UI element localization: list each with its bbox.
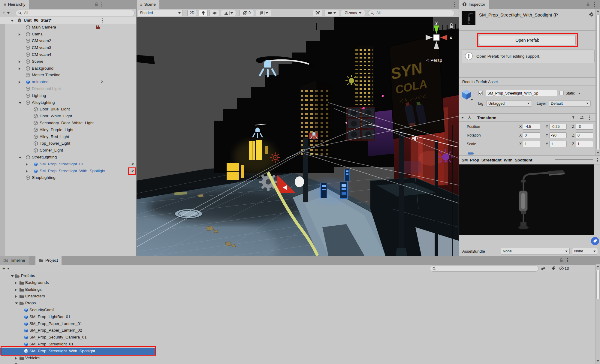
hierarchy-item-shoplighting[interactable]: ShopLighting (0, 174, 136, 181)
project-scrollbar[interactable] (595, 264, 600, 364)
expand-right-icon[interactable] (15, 281, 17, 284)
expand-right-icon[interactable] (26, 163, 28, 166)
scene-camera-dropdown[interactable] (324, 10, 339, 16)
hierarchy-item-master-timeline[interactable]: Master Timeline (0, 72, 136, 79)
light-flare-gizmo-red[interactable] (270, 152, 280, 163)
row-menu-icon[interactable] (100, 18, 104, 23)
transform-scale-z-field[interactable] (576, 141, 593, 147)
open-prefab-chevron-icon[interactable]: > (101, 79, 103, 84)
axis-center-cube[interactable] (433, 35, 439, 41)
inspector-gear-icon[interactable] (589, 12, 594, 17)
hierarchy-item-corner-light[interactable]: Corner_Light (0, 147, 136, 154)
project-item-sm-prop-streetlight-01[interactable]: SM_Prop_Streetlight_01 (0, 341, 595, 348)
project-item-sm-prop-lightbar-01[interactable]: SM_Prop_LightBar_01 (0, 314, 595, 320)
hierarchy-item-cm-vcam3[interactable]: CM vcam3 (0, 44, 136, 51)
expand-right-icon[interactable] (19, 81, 20, 84)
expand-right-icon[interactable] (19, 67, 20, 70)
scene-hidden-objects-toggle[interactable]: 0 (240, 10, 254, 16)
tab-timeline[interactable]: Timeline (0, 256, 29, 265)
project-item-sm-prop-paper-lantern-01[interactable]: SM_Prop_Paper_Lantern_01 (0, 320, 595, 327)
hierarchy-item-lighting[interactable]: Lighting (0, 92, 136, 99)
hierarchy-item-top-tower-light[interactable]: Top_Tower_Light (0, 140, 136, 147)
expand-down-icon[interactable] (15, 302, 18, 304)
hierarchy-item-alleylighting[interactable]: AlleyLighting (0, 99, 136, 106)
project-item-buildings[interactable]: Buildings (0, 286, 595, 293)
hierarchy-item-alley-purple-light[interactable]: Alley_Purple_Light (0, 127, 136, 134)
expand-down-icon[interactable] (19, 102, 22, 104)
static-checkbox[interactable] (559, 91, 564, 95)
expand-down-icon[interactable] (11, 20, 14, 22)
gameobject-name-field[interactable] (486, 90, 557, 96)
hierarchy-item-door-white-light[interactable]: Door_White_Light (0, 113, 136, 120)
project-lock-icon[interactable] (559, 258, 564, 263)
static-caret-icon[interactable] (578, 93, 580, 94)
project-item-securitycam1[interactable]: SecurityCam1 (0, 307, 595, 314)
project-create-caret-icon[interactable] (7, 268, 10, 269)
hierarchy-item-alley-red-light[interactable]: Alley_Red_Light (0, 134, 136, 140)
project-item-prefabs[interactable]: Prefabs (0, 272, 595, 279)
transform-rotation-z-field[interactable] (576, 132, 593, 138)
scene-viewport[interactable]: SYN COLA イキシッチビ (136, 17, 459, 256)
scene-effects-dropdown[interactable] (221, 10, 236, 16)
expand-right-icon[interactable] (26, 170, 28, 173)
hierarchy-search-input[interactable] (23, 11, 132, 15)
transform-position-z-field[interactable] (576, 124, 593, 130)
assetbundle-dropdown[interactable]: None (501, 248, 570, 254)
hierarchy-item-background[interactable]: Background (0, 65, 136, 72)
hierarchy-item-scene[interactable]: Scene (0, 58, 136, 65)
hierarchy-menu-icon[interactable] (100, 2, 104, 7)
hierarchy-item-secondary-door-white-light[interactable]: Secondary_Door_White_Light (0, 120, 136, 127)
layer-dropdown[interactable]: Default (549, 100, 591, 107)
scene-lighting-toggle[interactable] (199, 10, 208, 16)
transform-scale-y-field[interactable] (549, 141, 567, 147)
scene-grid-dropdown[interactable] (256, 10, 271, 16)
open-prefab-chevron-icon[interactable]: > (131, 168, 134, 173)
hierarchy-item-streetlighting[interactable]: StreetLighting (0, 154, 136, 161)
project-item-props[interactable]: Props (0, 300, 595, 307)
search-by-type-icon[interactable] (541, 266, 546, 271)
preview-header[interactable]: SM_Prop_Streetlight_With_Spotlight (459, 155, 600, 164)
hierarchy-item-unit-06-start[interactable]: Unit_06_Start* (0, 17, 136, 24)
hierarchy-item-directional-light[interactable]: Directional Light (0, 86, 136, 92)
search-by-label-icon[interactable] (551, 266, 556, 271)
scene-search[interactable] (368, 10, 454, 16)
tab-hierarchy[interactable]: ≡ Hierarchy (0, 0, 29, 9)
open-prefab-chevron-icon[interactable]: > (131, 161, 134, 166)
hierarchy-item-sm-prop-streetlight-01[interactable]: SM_Prop_Streetlight_01> (0, 161, 136, 168)
gameobject-active-checkbox[interactable] (478, 91, 483, 95)
tab-scene[interactable]: # Scene (137, 0, 159, 9)
project-item-characters[interactable]: Characters (0, 293, 595, 300)
hierarchy-create-button[interactable]: + (2, 10, 5, 16)
assetbundle-variant-dropdown[interactable]: None (572, 248, 598, 254)
open-prefab-button[interactable]: Open Prefab (479, 35, 576, 45)
gizmos-dropdown[interactable]: Gizmos (341, 10, 365, 16)
hierarchy-search[interactable] (16, 10, 134, 16)
scene-tools-button[interactable] (313, 10, 322, 16)
project-item-sm-prop-security-camera-01[interactable]: SM_Prop_Security_Camera_01 (0, 334, 595, 341)
scene-audio-toggle[interactable] (210, 10, 219, 16)
project-item-sm-prop-paper-lantern-02[interactable]: SM_Prop_Paper_Lantern_02 (0, 327, 595, 334)
project-item-backgrounds[interactable]: Backgrounds (0, 279, 595, 286)
preview-viewport[interactable] (459, 164, 594, 235)
transform-scale-x-field[interactable] (523, 141, 540, 147)
expand-right-icon[interactable] (19, 60, 20, 63)
shading-mode-dropdown[interactable]: Shaded (138, 10, 183, 16)
expand-right-icon[interactable] (15, 288, 17, 291)
hierarchy-lock-icon[interactable] (94, 2, 99, 7)
inspector-lock-icon[interactable] (586, 2, 590, 7)
asset-labels-button[interactable] (591, 237, 599, 245)
expand-down-icon[interactable] (11, 275, 14, 277)
hierarchy-item-sm-prop-streetlight-with-spotlight[interactable]: SM_Prop_Streetlight_With_Spotlight> (0, 168, 136, 175)
hierarchy-item-cam1[interactable]: Cam1 (0, 31, 136, 38)
preview-menu-icon[interactable] (595, 158, 599, 163)
transform-header[interactable]: Transform ? (459, 113, 595, 122)
hierarchy-item-door-blue-light[interactable]: Door_Blue_Light (0, 106, 136, 113)
hierarchy-create-caret-icon[interactable] (7, 12, 10, 14)
project-item-vehicles[interactable]: Vehicles (0, 355, 595, 362)
transform-position-y-field[interactable] (549, 124, 567, 130)
scene-menu-icon[interactable] (452, 2, 456, 7)
project-create-button[interactable]: + (2, 266, 5, 272)
transform-rotation-x-field[interactable] (523, 132, 540, 138)
project-item-sm-prop-streetlight-with-spotlight[interactable]: SM_Prop_Streetlight_With_Spotlight (0, 348, 595, 355)
transform-menu-icon[interactable] (588, 115, 591, 120)
